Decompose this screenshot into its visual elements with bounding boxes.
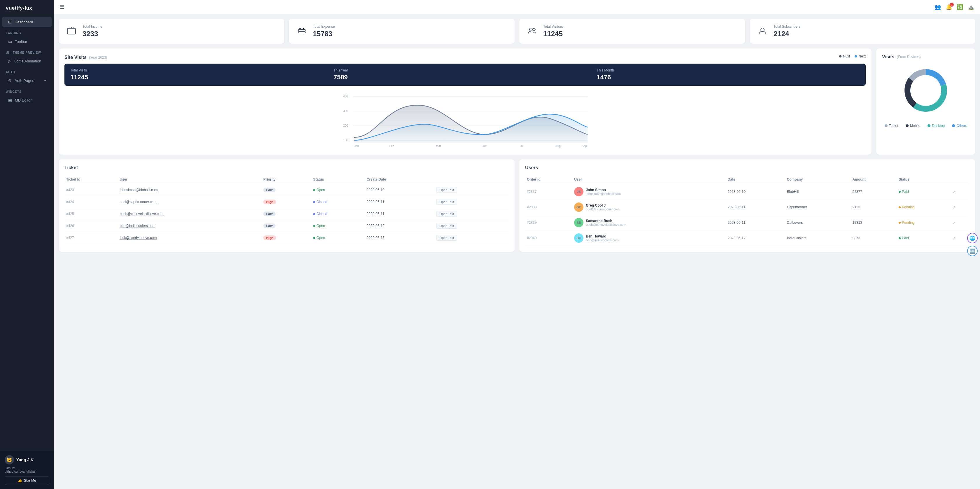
ticket-user: jack@candylooove.com	[118, 232, 261, 244]
external-link-icon[interactable]: ↗	[953, 221, 956, 225]
col-order-id: Order Id	[525, 175, 573, 184]
ticket-status: Open	[312, 184, 365, 196]
y-label-300: 300	[343, 110, 348, 113]
y-label-200: 200	[343, 124, 348, 127]
ticket-title: Ticket	[64, 165, 509, 170]
col-company: Company	[785, 175, 851, 184]
legend-tablet: Tablet	[885, 124, 898, 128]
user-cell: SB Samantha Bush bush@catloveisstitllove…	[573, 215, 726, 231]
stat-subscribers: Total Subscribers 2124	[750, 19, 975, 44]
user-amount: 9873	[851, 231, 897, 246]
visitors-icon	[526, 25, 539, 38]
svg-text:Jul: Jul	[520, 145, 524, 148]
ticket-action[interactable]: Open Text	[434, 208, 509, 220]
nuxt-dot	[839, 55, 842, 57]
external-link-icon[interactable]: ↗	[953, 236, 956, 241]
legend-nuxt: Nuxt	[839, 54, 850, 58]
table-row: #423 johnsimon@blobhill.com Low Open 202…	[64, 184, 509, 196]
ticket-action[interactable]: Open Text	[434, 220, 509, 232]
notifications-icon[interactable]: 👥	[934, 4, 941, 10]
open-text-btn[interactable]: Open Text	[436, 235, 457, 241]
table-row: #427 jack@candylooove.com High Open 2020…	[64, 232, 509, 244]
order-id: #2839	[525, 215, 573, 231]
expense-icon	[295, 25, 308, 38]
panel-translate-icon[interactable]: 🔤	[967, 246, 978, 256]
main-area: ☰ 👥 🔔 7 🈯 ⛰️ Total Income 3233	[54, 0, 980, 489]
alerts-icon[interactable]: 🔔 7	[946, 4, 952, 10]
legend-others: Others	[952, 124, 967, 128]
subscribers-label: Total Subscribers	[773, 24, 800, 29]
svg-point-4	[533, 28, 535, 31]
sidebar-footer: 🐱 Yang J.K. Github: github.com/yangjiaka…	[0, 451, 54, 489]
this-month-label: This Month	[597, 68, 860, 72]
open-text-btn[interactable]: Open Text	[436, 211, 457, 217]
sidebar-item-auth[interactable]: ⊖ Auth Pages ▾	[2, 75, 52, 86]
open-text-btn[interactable]: Open Text	[436, 187, 457, 193]
ticket-action[interactable]: Open Text	[434, 184, 509, 196]
external-link-icon[interactable]: ↗	[953, 190, 956, 194]
translate-icon[interactable]: 🈯	[957, 4, 963, 10]
visitors-value: 11245	[543, 30, 563, 38]
section-ui: UI - THEME PREVIEW	[0, 47, 54, 56]
others-dot	[952, 124, 955, 127]
legend-next: Next	[854, 54, 866, 58]
income-value: 3233	[83, 30, 102, 38]
avatar: JS	[574, 187, 584, 196]
user-email-text: bush@catloveisstitllove.com	[586, 223, 626, 226]
ticket-id: #425	[64, 208, 118, 220]
user-amount: 2123	[851, 199, 897, 215]
user-link[interactable]: ↗	[951, 215, 969, 231]
ticket-status: Open	[312, 220, 365, 232]
user-date: 2023-05-12	[726, 231, 785, 246]
sidebar-item-md-editor[interactable]: ▣ MD Editor	[2, 95, 52, 105]
sidebar-item-toolbar[interactable]: ▭ Toolbar	[2, 36, 52, 47]
svg-rect-2	[298, 32, 305, 33]
user-link[interactable]: ↗	[951, 184, 969, 199]
ticket-id: #424	[64, 196, 118, 208]
menu-icon[interactable]: ☰	[60, 4, 64, 10]
user-company: Caprimooner	[785, 199, 851, 215]
open-text-btn[interactable]: Open Text	[436, 199, 457, 205]
user-link[interactable]: ↗	[951, 199, 969, 215]
bottom-row: Ticket Ticket Id User Priority Status Cr…	[59, 159, 975, 252]
github-label: Github:	[5, 466, 49, 470]
panel-globe-icon[interactable]: 🌐	[967, 233, 978, 243]
user-status: Pending	[897, 199, 951, 215]
sidebar-item-lottie[interactable]: ▷ Lottie Animation	[2, 56, 52, 66]
ticket-user: ben@indiecoolers.com	[118, 220, 261, 232]
visits-stats: Total Visits 11245 This Year 7589 This M…	[64, 64, 866, 86]
sidebar-label-toolbar: Toolbar	[15, 40, 27, 44]
sidebar-item-dashboard[interactable]: ⊞ Dashboard	[2, 17, 52, 27]
section-auth: AUTH	[0, 67, 54, 75]
right-panel: 🌐 🔤	[965, 231, 980, 258]
income-icon	[65, 25, 78, 38]
stats-row: Total Income 3233 Total Expense 15783	[59, 19, 975, 44]
external-link-icon[interactable]: ↗	[953, 205, 956, 209]
user-name-text: John Simon	[586, 188, 620, 192]
theme-icon[interactable]: ⛰️	[968, 4, 974, 10]
stat-expense: Total Expense 15783	[289, 19, 515, 44]
col-link	[951, 175, 969, 184]
ticket-priority: Low	[261, 220, 312, 232]
dashboard-icon: ⊞	[8, 19, 12, 24]
col-priority: Priority	[261, 175, 312, 184]
device-visits-card: Visits (From Devices)	[876, 48, 975, 155]
this-month-stat: This Month 1476	[597, 68, 860, 81]
charts-row: Site Visits (Year 2023) Nuxt Next	[59, 48, 975, 155]
ticket-card: Ticket Ticket Id User Priority Status Cr…	[59, 159, 515, 252]
section-widgets: WIDGETS	[0, 86, 54, 94]
ticket-action[interactable]: Open Text	[434, 196, 509, 208]
star-button[interactable]: 👍 Star Me	[5, 476, 49, 485]
ticket-action[interactable]: Open Text	[434, 232, 509, 244]
user-company: IndieCoolers	[785, 231, 851, 246]
income-info: Total Income 3233	[83, 24, 102, 38]
ticket-status: Open	[312, 232, 365, 244]
ticket-id: #426	[64, 220, 118, 232]
this-year-label: This Year	[334, 68, 597, 72]
col-create-date: Create Date	[365, 175, 434, 184]
legend-desktop: Desktop	[928, 124, 945, 128]
toolbar-icon: ▭	[8, 39, 12, 44]
open-text-btn[interactable]: Open Text	[436, 223, 457, 229]
user-status: Paid	[897, 231, 951, 246]
device-visits-subtitle: (From Devices)	[897, 55, 921, 59]
